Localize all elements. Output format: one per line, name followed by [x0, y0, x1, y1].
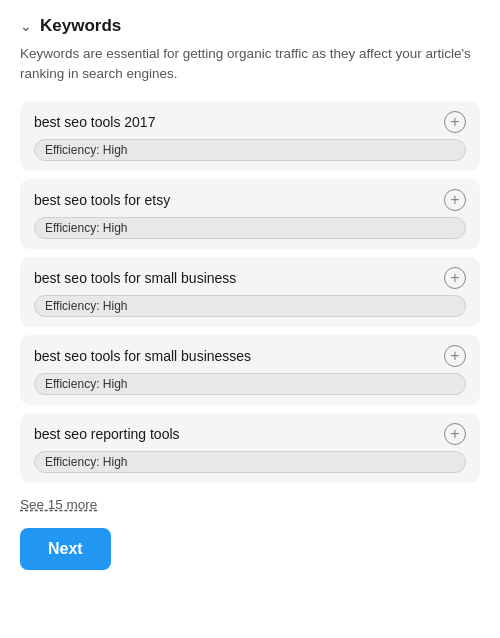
list-item: best seo tools for small businesses+Effi…: [20, 335, 480, 405]
keyword-row: best seo tools for etsy+: [34, 189, 466, 211]
see-more-link[interactable]: See 15 more: [20, 497, 97, 512]
keyword-text: best seo tools 2017: [34, 114, 155, 130]
panel-header: ⌄ Keywords: [20, 16, 480, 36]
add-keyword-icon[interactable]: +: [444, 189, 466, 211]
keyword-list: best seo tools 2017+Efficiency: Highbest…: [20, 101, 480, 483]
next-button[interactable]: Next: [20, 528, 111, 570]
efficiency-badge: Efficiency: High: [34, 139, 466, 161]
add-keyword-icon[interactable]: +: [444, 423, 466, 445]
keyword-row: best seo tools 2017+: [34, 111, 466, 133]
keyword-text: best seo tools for small business: [34, 270, 236, 286]
efficiency-badge: Efficiency: High: [34, 217, 466, 239]
keyword-text: best seo tools for etsy: [34, 192, 170, 208]
keyword-text: best seo reporting tools: [34, 426, 180, 442]
chevron-down-icon[interactable]: ⌄: [20, 18, 32, 34]
list-item: best seo tools for etsy+Efficiency: High: [20, 179, 480, 249]
efficiency-badge: Efficiency: High: [34, 451, 466, 473]
panel-description: Keywords are essential for getting organ…: [20, 44, 480, 85]
add-keyword-icon[interactable]: +: [444, 111, 466, 133]
list-item: best seo tools 2017+Efficiency: High: [20, 101, 480, 171]
efficiency-badge: Efficiency: High: [34, 295, 466, 317]
keyword-text: best seo tools for small businesses: [34, 348, 251, 364]
keyword-row: best seo tools for small businesses+: [34, 345, 466, 367]
efficiency-badge: Efficiency: High: [34, 373, 466, 395]
keywords-panel: ⌄ Keywords Keywords are essential for ge…: [20, 16, 480, 570]
keyword-row: best seo reporting tools+: [34, 423, 466, 445]
list-item: best seo tools for small business+Effici…: [20, 257, 480, 327]
keyword-row: best seo tools for small business+: [34, 267, 466, 289]
add-keyword-icon[interactable]: +: [444, 345, 466, 367]
add-keyword-icon[interactable]: +: [444, 267, 466, 289]
list-item: best seo reporting tools+Efficiency: Hig…: [20, 413, 480, 483]
panel-title: Keywords: [40, 16, 121, 36]
